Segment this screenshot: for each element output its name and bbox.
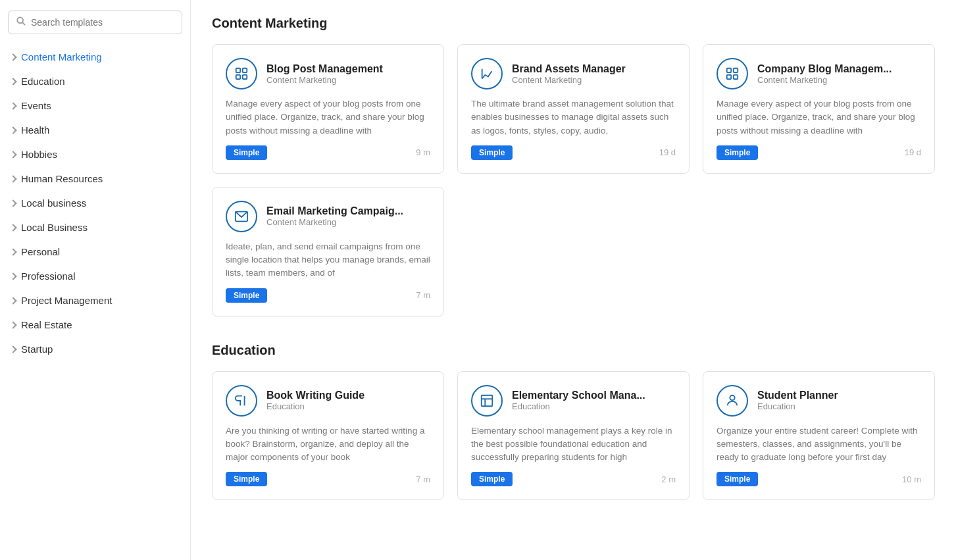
- chevron-icon: [9, 78, 16, 85]
- card-title-area: Book Writing Guide Education: [266, 390, 365, 411]
- sidebar-item-personal[interactable]: Personal: [0, 240, 190, 264]
- card-icon-person: [717, 385, 748, 417]
- card-time: 7 m: [416, 474, 430, 484]
- sections-container: Content Marketing Blog Post Management C…: [212, 16, 935, 500]
- card-book-writing-guide[interactable]: Book Writing Guide Education Are you thi…: [212, 371, 444, 501]
- card-icon-chart: [471, 58, 503, 89]
- sidebar-item-real-estate[interactable]: Real Estate: [0, 313, 190, 337]
- card-category: Content Marketing: [757, 75, 892, 85]
- chevron-icon: [9, 102, 16, 109]
- card-footer: Simple 7 m: [226, 288, 430, 303]
- card-category: Content Marketing: [512, 75, 626, 85]
- sidebar-item-label: Professional: [21, 270, 76, 282]
- svg-line-1: [22, 22, 25, 25]
- chevron-icon: [9, 272, 16, 280]
- sidebar-item-professional[interactable]: Professional: [0, 264, 190, 288]
- simple-badge[interactable]: Simple: [226, 472, 267, 486]
- card-header: Student Planner Education: [717, 385, 921, 417]
- sidebar-item-label: Content Marketing: [21, 51, 102, 63]
- card-time: 7 m: [416, 290, 430, 300]
- svg-rect-7: [727, 68, 731, 72]
- chevron-icon: [9, 321, 16, 328]
- chevron-icon: [9, 224, 16, 231]
- svg-rect-10: [734, 75, 738, 79]
- sidebar-item-label: Events: [21, 100, 51, 111]
- chevron-icon: [9, 175, 16, 182]
- sidebar-item-human-resources[interactable]: Human Resources: [0, 166, 190, 191]
- section-title-content-marketing: Content Marketing: [212, 16, 935, 31]
- svg-point-0: [17, 17, 23, 23]
- card-header: Blog Post Management Content Marketing: [226, 58, 430, 89]
- card-elementary-school-management[interactable]: Elementary School Mana... Education Elem…: [457, 371, 690, 501]
- card-footer: Simple 19 d: [471, 145, 676, 160]
- card-time: 10 m: [902, 474, 921, 484]
- sidebar-item-label: Human Resources: [21, 173, 103, 184]
- sidebar-item-startup[interactable]: Startup: [0, 337, 190, 361]
- sidebar-item-education[interactable]: Education: [0, 69, 190, 93]
- card-time: 19 d: [905, 147, 921, 157]
- card-student-planner[interactable]: Student Planner Education Organize your …: [703, 371, 935, 501]
- sidebar-item-content-marketing[interactable]: Content Marketing: [0, 45, 190, 69]
- svg-rect-8: [734, 68, 738, 72]
- card-header: Company Blog Managem... Content Marketin…: [717, 58, 921, 89]
- simple-badge[interactable]: Simple: [717, 145, 758, 160]
- sidebar-item-label: Local business: [21, 197, 86, 209]
- card-category: Content Marketing: [266, 217, 403, 227]
- card-footer: Simple 7 m: [226, 472, 430, 486]
- card-header: Elementary School Mana... Education: [471, 385, 676, 417]
- card-brand-assets-manager[interactable]: Brand Assets Manager Content Marketing T…: [457, 44, 690, 174]
- sidebar: Content MarketingEducationEventsHealthHo…: [0, 0, 191, 560]
- sidebar-item-label: Real Estate: [21, 319, 72, 330]
- chevron-icon: [9, 345, 16, 353]
- card-header: Brand Assets Manager Content Marketing: [471, 58, 676, 89]
- simple-badge[interactable]: Simple: [471, 472, 513, 486]
- card-description: Organize your entire student career! Com…: [717, 424, 921, 465]
- card-icon-email: [226, 201, 257, 232]
- card-description: Ideate, plan, and send email campaigns f…: [226, 240, 430, 280]
- card-title: Brand Assets Manager: [512, 63, 626, 75]
- sidebar-item-label: Startup: [21, 344, 53, 355]
- simple-badge[interactable]: Simple: [471, 145, 513, 160]
- card-email-marketing-campaign[interactable]: Email Marketing Campaig... Content Marke…: [212, 187, 444, 317]
- sidebar-item-hobbies[interactable]: Hobbies: [0, 142, 190, 166]
- section-title-education: Education: [212, 343, 935, 358]
- card-title-area: Email Marketing Campaig... Content Marke…: [266, 205, 403, 227]
- sidebar-item-events[interactable]: Events: [0, 93, 190, 118]
- card-icon-grid: [717, 58, 748, 89]
- card-title-area: Company Blog Managem... Content Marketin…: [757, 63, 892, 85]
- sidebar-item-health[interactable]: Health: [0, 118, 190, 142]
- search-box[interactable]: [8, 11, 182, 34]
- chevron-icon: [9, 199, 16, 207]
- simple-badge[interactable]: Simple: [226, 145, 267, 160]
- card-title-area: Blog Post Management Content Marketing: [266, 63, 383, 85]
- card-company-blog-management[interactable]: Company Blog Managem... Content Marketin…: [703, 44, 935, 174]
- svg-rect-2: [236, 68, 240, 72]
- sidebar-item-local-business-2[interactable]: Local Business: [0, 215, 190, 240]
- chevron-icon: [9, 126, 16, 134]
- card-title: Elementary School Mana...: [512, 390, 645, 401]
- sidebar-item-project-management[interactable]: Project Management: [0, 288, 190, 313]
- card-title-area: Elementary School Mana... Education: [512, 390, 645, 411]
- card-category: Content Marketing: [266, 75, 383, 85]
- svg-rect-4: [236, 75, 240, 79]
- simple-badge[interactable]: Simple: [717, 472, 758, 486]
- card-icon-building: [471, 385, 503, 417]
- svg-rect-9: [727, 75, 731, 79]
- card-blog-post-management[interactable]: Blog Post Management Content Marketing M…: [212, 44, 444, 174]
- card-description: Are you thinking of writing or have star…: [226, 424, 430, 465]
- card-title: Blog Post Management: [266, 63, 383, 75]
- card-description: The ultimate brand asset management solu…: [471, 97, 676, 138]
- card-title: Company Blog Managem...: [757, 63, 892, 75]
- search-input[interactable]: [31, 17, 174, 28]
- sidebar-item-label: Project Management: [21, 295, 112, 306]
- svg-rect-5: [243, 75, 247, 79]
- sidebar-item-local-business-1[interactable]: Local business: [0, 191, 190, 215]
- simple-badge[interactable]: Simple: [226, 288, 267, 303]
- card-category: Education: [512, 401, 645, 411]
- sidebar-item-label: Personal: [21, 246, 60, 257]
- card-description: Elementary school management plays a key…: [471, 424, 676, 465]
- sidebar-items: Content MarketingEducationEventsHealthHo…: [0, 45, 190, 361]
- card-description: Manage every aspect of your blog posts f…: [226, 97, 430, 138]
- card-title: Email Marketing Campaig...: [266, 205, 403, 217]
- search-icon: [16, 16, 26, 28]
